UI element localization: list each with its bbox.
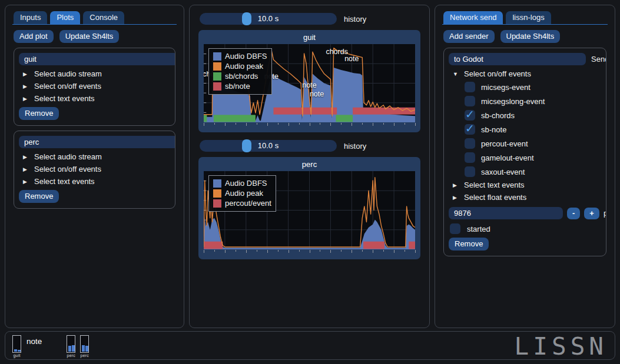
checkbox-sb-note[interactable]: ✓: [465, 124, 475, 135]
port-decrement-button[interactable]: -: [567, 208, 580, 219]
sender-config: Sender label ▼ Select on/off events ✓ mi…: [443, 48, 606, 256]
legend-label: Audio peak: [225, 62, 263, 71]
event-row-micsegslong: ✓ micsegslong-event: [465, 94, 601, 108]
tree-label: Select audio stream: [34, 69, 102, 78]
meter-label: guit: [13, 353, 20, 358]
plot-title: perc: [204, 159, 415, 171]
plots-panel: Inputs Plots Console Add plot Update Sh4…: [5, 5, 184, 328]
tree-collapsed-icon: ▶: [23, 154, 29, 160]
tree-select-text-events[interactable]: ▶ Select text events: [19, 175, 170, 188]
meter-label: perc: [67, 353, 75, 358]
plot-frame-guit: guit Audio DBFS Audio peak sb/chords sb/…: [198, 30, 420, 132]
perc-legend: Audio DBFS Audio peak percout/event: [208, 175, 276, 212]
plot-config-perc: Plot label ▶ Select audio stream ▶ Selec…: [14, 131, 175, 209]
history-slider-value: 10.0 s: [200, 13, 337, 25]
legend-label: sb/note: [225, 82, 250, 91]
level-meters: guit note perc perc: [12, 335, 89, 358]
checkbox-gamelout-event[interactable]: ✓: [465, 152, 475, 163]
tree-label: Select float events: [464, 193, 526, 202]
legend-swatch: [213, 82, 221, 91]
tree-select-float-events[interactable]: ▶ Select float events: [449, 191, 601, 203]
started-row: ✓ started: [450, 223, 601, 234]
meter-display: [12, 335, 21, 353]
started-label: started: [467, 225, 490, 233]
plot-name-input[interactable]: [19, 136, 175, 148]
plot-title: guit: [204, 32, 415, 44]
checkbox-label: micsegslong-event: [481, 97, 545, 106]
update-shalts-button[interactable]: Update Sh4lts: [59, 30, 120, 43]
guit-legend: Audio DBFS Audio peak sb/chords sb/note: [208, 48, 272, 95]
tree-select-audio-stream[interactable]: ▶ Select audio stream: [19, 151, 170, 163]
checkbox-label: sb-chords: [481, 111, 515, 120]
chart-annotation: note: [344, 55, 359, 63]
right-tab-bar: Network send lissn-logs: [442, 11, 608, 25]
plot-config-guit: Plot label ▶ Select audio stream ▶ Selec…: [14, 48, 175, 126]
checkbox-saxout-event[interactable]: ✓: [465, 166, 475, 177]
tree-select-onoff-events[interactable]: ▼ Select on/off events: [449, 68, 601, 80]
tree-label: Select text events: [34, 94, 95, 103]
history-slider-value: 10.0 s: [200, 140, 337, 152]
meter-display: [67, 335, 75, 353]
left-tab-bar: Inputs Plots Console: [12, 11, 177, 25]
port-input[interactable]: [449, 207, 563, 219]
port-increment-button[interactable]: +: [584, 208, 599, 219]
update-shalts-button[interactable]: Update Sh4lts: [500, 30, 561, 43]
tab-network-send[interactable]: Network send: [443, 11, 503, 24]
legend-label: Audio peak: [225, 189, 263, 198]
legend-label: percout/event: [225, 199, 271, 208]
tree-collapsed-icon: ▶: [23, 96, 29, 102]
event-row-micsegs: ✓ micsegs-event: [465, 80, 601, 94]
tab-console[interactable]: Console: [83, 11, 124, 24]
tree-label: Select on/off events: [34, 82, 101, 91]
checkbox-micsegs-event[interactable]: ✓: [465, 82, 475, 92]
tree-select-audio-stream[interactable]: ▶ Select audio stream: [19, 68, 170, 80]
checkbox-label: gamelout-event: [481, 153, 534, 162]
tab-lissn-logs[interactable]: lissn-logs: [506, 11, 551, 24]
port-label: port: [604, 209, 606, 218]
tree-select-onoff-events[interactable]: ▶ Select on/off events: [19, 80, 170, 92]
tree-select-onoff-events[interactable]: ▶ Select on/off events: [19, 163, 170, 175]
checkbox-label: sb-note: [481, 125, 506, 134]
add-sender-button[interactable]: Add sender: [443, 30, 495, 43]
status-bar: guit note perc perc LISSN: [5, 331, 615, 360]
remove-sender-button[interactable]: Remove: [449, 238, 489, 251]
tab-inputs[interactable]: Inputs: [14, 11, 47, 24]
sender-name-label: Sender label: [591, 55, 606, 64]
legend-label: Audio DBFS: [225, 179, 267, 188]
legend-swatch: [213, 52, 221, 61]
plot-display-panel: 10.0 s history guit Audio DBFS Audio pea…: [189, 5, 430, 328]
tree-collapsed-icon: ▶: [23, 179, 29, 185]
history-slider-handle[interactable]: [242, 12, 251, 25]
plot-name-input[interactable]: [19, 53, 175, 65]
legend-swatch: [213, 189, 221, 198]
remove-plot-button[interactable]: Remove: [19, 107, 59, 120]
tree-select-text-events[interactable]: ▶ Select text events: [449, 179, 601, 191]
history-slider[interactable]: 10.0 s: [200, 13, 337, 25]
add-plot-button[interactable]: Add plot: [14, 30, 54, 43]
checkbox-label: micsegs-event: [481, 83, 531, 92]
sender-name-input[interactable]: [449, 53, 586, 65]
checkbox-percout-event[interactable]: ✓: [465, 138, 475, 149]
tree-expanded-icon: ▼: [453, 71, 459, 77]
remove-plot-button[interactable]: Remove: [19, 190, 59, 203]
meter-display: [80, 335, 89, 353]
guit-chart: Audio DBFS Audio peak sb/chords sb/note …: [204, 44, 415, 122]
history-slider[interactable]: 10.0 s: [200, 140, 337, 152]
tree-collapsed-icon: ▶: [23, 166, 29, 172]
history-label: history: [344, 142, 366, 151]
tab-plots[interactable]: Plots: [50, 11, 80, 24]
checkbox-started[interactable]: ✓: [450, 223, 460, 234]
meter-annotation: note: [26, 337, 42, 346]
tree-select-text-events[interactable]: ▶ Select text events: [19, 92, 170, 105]
lissn-logo: LISSN: [515, 335, 608, 358]
check-icon: ✓: [465, 122, 475, 135]
checkbox-micsegslong-event[interactable]: ✓: [465, 96, 475, 106]
tree-collapsed-icon: ▶: [23, 71, 29, 77]
perc-chart: Audio DBFS Audio peak percout/event: [204, 171, 415, 249]
event-row-sb-chords: ✓ sb-chords: [465, 108, 601, 122]
tree-label: Select on/off events: [464, 69, 531, 78]
history-slider-handle[interactable]: [242, 139, 251, 152]
x-axis-ticks: [204, 123, 415, 126]
checkbox-sb-chords[interactable]: ✓: [465, 110, 475, 121]
history-label: history: [344, 15, 366, 24]
